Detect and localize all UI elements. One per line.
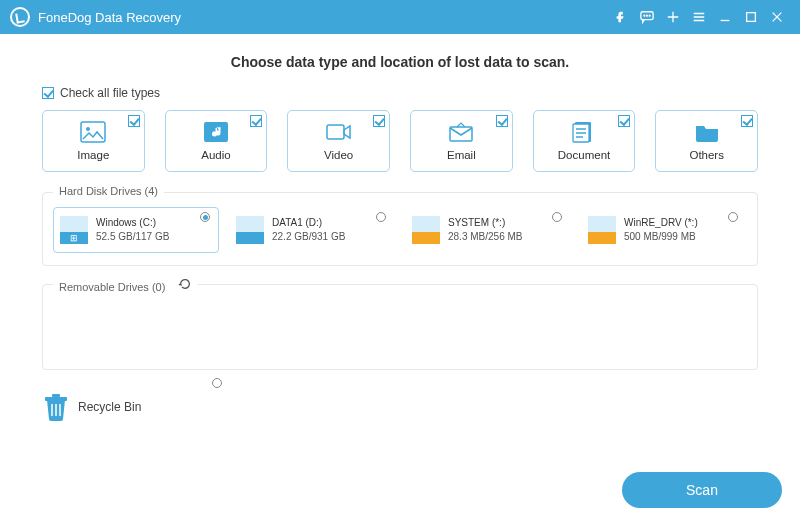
- check-all-label: Check all file types: [60, 86, 160, 100]
- type-label: Document: [558, 149, 610, 161]
- type-checkbox[interactable]: [128, 115, 140, 127]
- feedback-icon[interactable]: [634, 0, 660, 34]
- refresh-icon[interactable]: [178, 277, 192, 291]
- svg-point-6: [86, 127, 90, 131]
- type-card-video[interactable]: Video: [287, 110, 390, 172]
- drive-radio[interactable]: [552, 212, 562, 222]
- drive-size: 500 MB/999 MB: [624, 230, 698, 244]
- drive-size: 28.3 MB/256 MB: [448, 230, 522, 244]
- app-title: FoneDog Data Recovery: [38, 10, 181, 25]
- type-checkbox[interactable]: [373, 115, 385, 127]
- recycle-bin-icon: [42, 392, 70, 422]
- facebook-icon[interactable]: [608, 0, 634, 34]
- type-checkbox[interactable]: [618, 115, 630, 127]
- drive-windows-c[interactable]: ⊞ Windows (C:) 52.5 GB/117 GB: [53, 207, 219, 253]
- type-checkbox[interactable]: [496, 115, 508, 127]
- disk-icon: [236, 216, 264, 244]
- removable-empty: [53, 299, 747, 357]
- drive-size: 52.5 GB/117 GB: [96, 230, 169, 244]
- drive-size: 22.2 GB/931 GB: [272, 230, 345, 244]
- title-bar: FoneDog Data Recovery: [0, 0, 800, 34]
- check-all-row[interactable]: Check all file types: [42, 86, 758, 100]
- type-checkbox[interactable]: [741, 115, 753, 127]
- disk-icon: [412, 216, 440, 244]
- drive-name: Windows (C:): [96, 216, 169, 230]
- type-label: Image: [77, 149, 109, 161]
- scan-button[interactable]: Scan: [622, 472, 782, 508]
- email-icon: [448, 121, 474, 143]
- hdd-fieldset: Hard Disk Drives (4) ⊞ Windows (C:) 52.5…: [42, 192, 758, 266]
- recycle-bin-option[interactable]: Recycle Bin: [42, 388, 222, 422]
- type-card-audio[interactable]: Audio: [165, 110, 268, 172]
- drive-winre[interactable]: WinRE_DRV (*:) 500 MB/999 MB: [581, 207, 747, 253]
- drive-system[interactable]: SYSTEM (*:) 28.3 MB/256 MB: [405, 207, 571, 253]
- hdd-legend: Hard Disk Drives (4): [53, 185, 164, 197]
- image-icon: [80, 121, 106, 143]
- type-label: Email: [447, 149, 476, 161]
- drive-radio[interactable]: [200, 212, 210, 222]
- document-icon: [571, 121, 597, 143]
- svg-rect-13: [52, 394, 60, 397]
- svg-point-3: [649, 15, 650, 16]
- removable-fieldset: Removable Drives (0): [42, 284, 758, 370]
- close-icon[interactable]: [764, 0, 790, 34]
- drive-name: WinRE_DRV (*:): [624, 216, 698, 230]
- file-type-row: Image Audio Video Email Document Others: [42, 110, 758, 172]
- headline: Choose data type and location of lost da…: [42, 54, 758, 70]
- maximize-icon[interactable]: [738, 0, 764, 34]
- svg-rect-12: [45, 397, 67, 401]
- type-card-others[interactable]: Others: [655, 110, 758, 172]
- svg-rect-9: [450, 127, 472, 141]
- type-checkbox[interactable]: [250, 115, 262, 127]
- app-logo-icon: [10, 7, 30, 27]
- menu-icon[interactable]: [686, 0, 712, 34]
- disk-icon: [588, 216, 616, 244]
- drive-radio[interactable]: [728, 212, 738, 222]
- svg-rect-8: [327, 125, 344, 139]
- drive-name: DATA1 (D:): [272, 216, 345, 230]
- drive-data1-d[interactable]: DATA1 (D:) 22.2 GB/931 GB: [229, 207, 395, 253]
- drive-name: SYSTEM (*:): [448, 216, 522, 230]
- check-all-checkbox[interactable]: [42, 87, 54, 99]
- removable-legend: Removable Drives (0): [53, 277, 198, 293]
- drive-radio[interactable]: [376, 212, 386, 222]
- audio-icon: [203, 121, 229, 143]
- recycle-label: Recycle Bin: [78, 400, 141, 414]
- svg-point-2: [647, 15, 648, 16]
- type-card-image[interactable]: Image: [42, 110, 145, 172]
- recycle-radio[interactable]: [212, 378, 222, 388]
- minimize-icon[interactable]: [712, 0, 738, 34]
- type-label: Audio: [201, 149, 230, 161]
- type-label: Video: [324, 149, 353, 161]
- svg-point-1: [644, 15, 645, 16]
- type-card-email[interactable]: Email: [410, 110, 513, 172]
- plus-icon[interactable]: [660, 0, 686, 34]
- type-card-document[interactable]: Document: [533, 110, 636, 172]
- disk-icon: ⊞: [60, 216, 88, 244]
- video-icon: [326, 121, 352, 143]
- type-label: Others: [689, 149, 724, 161]
- svg-rect-5: [81, 122, 105, 142]
- svg-rect-4: [747, 13, 756, 22]
- folder-icon: [694, 121, 720, 143]
